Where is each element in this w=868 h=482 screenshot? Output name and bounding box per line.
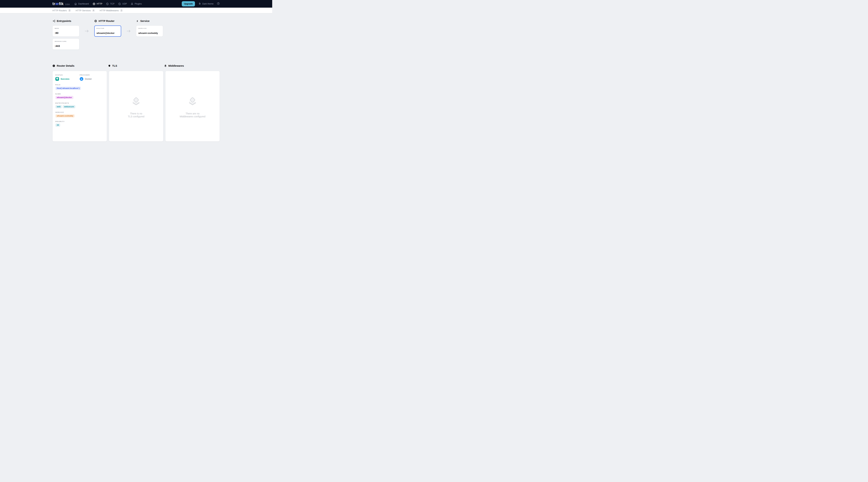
help-icon [217,2,220,6]
udp-icon [118,2,121,5]
tab-label: HTTP Routers [53,9,67,12]
entrypoints-icon [53,20,55,22]
rule-label: RULE [55,84,104,86]
docker-icon [80,77,83,81]
middlewares-empty-text: There are no Middlewares configured [180,112,205,118]
section-title-entrypoints: Entrypoints [53,20,94,23]
nav-label: Plugins [135,3,142,5]
empty-layers-icon [187,97,197,108]
logo-text-2: fik [59,2,64,6]
traefik-logo: træfik [53,2,64,6]
rule-chip: Host(`whoami.localhost`) [55,87,81,90]
subnav: HTTP Routers 3 HTTP Services 4 HTTP Midd… [0,8,272,13]
nav-item-plugins[interactable]: Plugins [130,2,142,5]
nav-item-tcp[interactable]: TCP [106,2,115,5]
card-label: WEBSECURE [55,41,77,42]
nav-label: HTTP [97,3,102,5]
help-button[interactable] [217,2,220,6]
status-badge [55,77,59,81]
nav-item-http[interactable]: HTTP [93,2,102,5]
card-label: WEB [55,28,77,29]
plugins-icon [130,2,133,5]
section-title-http-router: HTTP Router [94,20,136,23]
tab-label: HTTP Services [76,9,91,12]
panel-title-text: Router Details [57,64,74,67]
logo-ae: æ [55,2,59,6]
empty-text-line: Middlewares configured [180,115,205,118]
globe-icon [93,2,95,5]
section-title-text: Entrypoints [57,20,71,23]
entrypoint-card-websecure: WEBSECURE :443 [53,38,79,50]
service-chip[interactable]: whoami-xxsheddy [55,114,75,118]
section-title-service: Service [136,20,178,23]
check-icon [56,77,59,81]
provider-value: Docker [85,78,92,80]
tab-http-services[interactable]: HTTP Services 4 [76,9,95,12]
main-content: Entrypoints HTTP Router Service WEB :80 [53,13,220,142]
status-value: Success [61,78,69,80]
empty-text-line: TLS configured [128,115,145,118]
card-value: :80 [55,31,77,34]
card-value: :443 [55,44,77,48]
card-label: SERVICE [138,28,161,29]
main-nav: Dashboard HTTP TCP UDP [74,2,142,5]
priority-chip: 24 [55,123,60,127]
router-card: ROUTER whoami@docker [94,26,121,37]
provider-label: PROVIDER [80,74,104,76]
router-details-panel: STATUS Success PROVIDER [53,71,107,142]
panel-title-middlewares: Middlewares [164,64,220,67]
nav-label: UDP [122,3,127,5]
upgrade-button[interactable]: Upgrade [182,1,195,6]
panel-title-router-details: Router Details [53,64,108,67]
entrypoint-card-web: WEB :80 [53,26,79,37]
card-label: ROUTER [96,28,119,29]
layers-icon [164,64,167,67]
empty-text-line: There are no [180,112,205,115]
shield-icon [108,64,111,67]
panel-title-text: TLS [112,64,117,67]
panel-title-tls: TLS [108,64,164,67]
section-title-text: HTTP Router [99,20,115,23]
flow-arrow-icon [121,26,136,37]
priority-label: PRIORITY [55,121,104,122]
card-value: whoami@docker [96,32,119,34]
entrypoint-chip-web: web [55,105,62,108]
empty-layers-icon [131,97,141,108]
home-icon [74,2,77,5]
name-label: NAME [55,93,104,95]
nav-label: Dashboard [78,3,89,5]
name-chip: whoami@docker [55,96,73,99]
tls-empty-text: There is no TLS configured [128,112,145,118]
service-label: SERVICE [55,112,104,113]
tcp-icon [106,2,109,5]
info-icon [53,64,55,67]
middlewares-panel: There are no Middlewares configured [165,71,220,142]
section-title-text: Service [140,20,150,23]
empty-text-line: There is no [128,112,145,115]
entrypoints-label: ENTRYPOINTS [55,102,104,104]
tab-count-badge: 4 [92,9,95,12]
nav-item-dashboard[interactable]: Dashboard [74,2,89,5]
theme-toggle[interactable]: Dark theme [198,2,214,5]
theme-toggle-label: Dark theme [202,3,214,5]
globe-heading-icon [94,20,97,22]
tls-panel: There is no TLS configured [109,71,163,142]
status-label: STATUS [55,74,80,76]
droplet-icon [198,2,201,5]
app-navbar: træfik 3.3.6 Dashboard HTTP TCP [0,0,272,8]
tab-count-badge: 3 [68,9,71,12]
tab-http-routers[interactable]: HTTP Routers 3 [53,9,71,12]
bolt-icon [136,20,139,22]
service-card: SERVICE whoami-xxsheddy [136,26,163,37]
panel-title-text: Middlewares [168,64,184,67]
tab-count-badge: 2 [120,9,123,12]
version-label: 3.3.6 [65,3,69,5]
logo-text: tr [53,2,55,6]
tab-http-middlewares[interactable]: HTTP Middlewares 2 [100,9,123,12]
entrypoint-chip-websecure: websecure [63,105,75,108]
nav-label: TCP [110,3,115,5]
card-value: whoami-xxsheddy [138,32,161,34]
flow-arrow-icon [79,26,94,37]
nav-item-udp[interactable]: UDP [118,2,127,5]
tab-label: HTTP Middlewares [100,9,119,12]
